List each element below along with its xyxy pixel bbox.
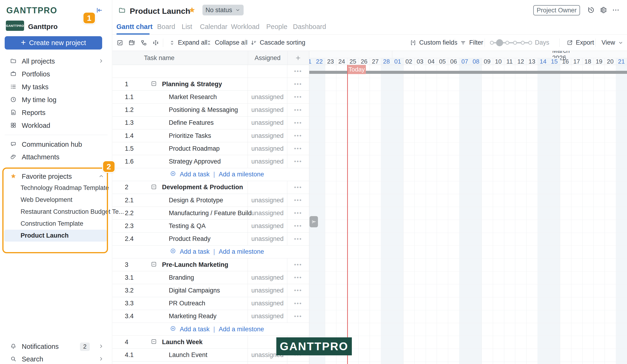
sidebar-item-portfolios[interactable]: Portfolios bbox=[0, 68, 112, 81]
collapse-section-icon[interactable] bbox=[151, 81, 157, 88]
sidebar-item-search[interactable]: Search bbox=[0, 353, 112, 364]
add-task-link[interactable]: Add a task bbox=[180, 171, 210, 178]
sidebar-item-notifications[interactable]: Notifications 2 bbox=[0, 340, 112, 353]
filter-button[interactable]: Filter bbox=[460, 35, 483, 51]
task-name[interactable]: Strategy Approved bbox=[169, 158, 221, 165]
add-column-button[interactable] bbox=[287, 51, 309, 65]
expand-all-button[interactable]: Expand all bbox=[169, 35, 207, 51]
chevron-right-icon[interactable] bbox=[98, 58, 104, 65]
favorite-project-item[interactable]: Restaurant Construction Budget Te... bbox=[4, 206, 107, 218]
collapse-section-icon[interactable] bbox=[151, 261, 157, 268]
assigned-cell[interactable]: unassigned bbox=[248, 130, 287, 142]
table-row[interactable]: Add a task|Add a milestone bbox=[112, 323, 309, 336]
task-name[interactable]: PR Outreach bbox=[169, 300, 205, 307]
grid-collapse-handle[interactable] bbox=[310, 216, 318, 227]
task-name[interactable]: Product Ready bbox=[169, 235, 211, 242]
table-row[interactable]: 1.5Product Roadmapunassigned••• bbox=[112, 142, 309, 155]
table-row[interactable]: 2.3Testing & QAunassigned••• bbox=[112, 220, 309, 232]
view-button[interactable]: View bbox=[602, 35, 624, 51]
assigned-cell[interactable]: unassigned bbox=[248, 220, 287, 232]
row-more-options-icon[interactable]: ••• bbox=[294, 158, 302, 165]
section-name[interactable]: Planning & Strategy bbox=[162, 81, 222, 88]
assigned-cell[interactable] bbox=[248, 258, 287, 271]
create-new-project-button[interactable]: + Create new project bbox=[5, 36, 102, 49]
row-more-options-icon[interactable]: ••• bbox=[294, 274, 302, 281]
task-name[interactable]: Marketing Ready bbox=[169, 313, 216, 320]
chevron-right-icon[interactable] bbox=[98, 356, 104, 363]
section-name[interactable]: Pre-Launch Marketing bbox=[162, 261, 228, 269]
sidebar-item-my-time-log[interactable]: My time log bbox=[0, 93, 112, 106]
assigned-cell[interactable] bbox=[248, 65, 287, 78]
column-header-task-name[interactable]: Task name bbox=[112, 51, 206, 65]
assigned-cell[interactable]: unassigned bbox=[248, 91, 287, 103]
table-row[interactable]: 3Pre-Launch Marketing••• bbox=[112, 258, 309, 271]
tab-people[interactable]: People bbox=[266, 19, 287, 35]
assigned-cell[interactable]: unassigned bbox=[248, 194, 287, 207]
table-row[interactable]: 3.3PR Outreachunassigned••• bbox=[112, 297, 309, 310]
favorite-project-item[interactable]: Construction Template bbox=[4, 218, 107, 230]
favorite-projects-header[interactable]: Favorite projects bbox=[0, 170, 112, 183]
favorite-project-item[interactable]: Web Development bbox=[4, 194, 107, 206]
favorite-project-item[interactable]: Technology Roadmap Template bbox=[4, 182, 107, 194]
select-tasks-button[interactable] bbox=[116, 35, 123, 51]
table-row[interactable]: Add a task|Add a milestone bbox=[112, 168, 309, 181]
collapse-section-icon[interactable] bbox=[151, 184, 157, 191]
timeline-zoom-slider[interactable] bbox=[490, 35, 532, 51]
table-row[interactable]: 1.2Positioning & Messagingunassigned••• bbox=[112, 104, 309, 117]
row-more-options-icon[interactable]: ••• bbox=[294, 68, 302, 75]
critical-path-button[interactable] bbox=[140, 35, 147, 51]
assigned-cell[interactable] bbox=[248, 362, 287, 364]
task-name[interactable]: Launch Event bbox=[169, 351, 207, 359]
collapse-all-button[interactable]: Collapse all bbox=[206, 35, 248, 51]
assigned-cell[interactable]: unassigned bbox=[248, 117, 287, 129]
sidebar-collapse-button[interactable] bbox=[95, 6, 103, 15]
tab-board[interactable]: Board bbox=[157, 19, 175, 35]
assigned-cell[interactable] bbox=[248, 181, 287, 194]
project-owner-button[interactable]: Project Owner bbox=[533, 5, 580, 15]
task-name[interactable]: Manufacturing / Feature Build bbox=[169, 210, 252, 217]
table-row[interactable]: 1.4Prioritize Tasksunassigned••• bbox=[112, 130, 309, 142]
table-row[interactable]: 3.1Brandingunassigned••• bbox=[112, 271, 309, 284]
sidebar-item-communication-hub[interactable]: Communication hub bbox=[0, 138, 112, 151]
row-more-options-icon[interactable]: ••• bbox=[294, 145, 302, 152]
table-row[interactable]: 2.2Manufacturing / Feature Buildunassign… bbox=[112, 207, 309, 220]
sidebar-item-reports[interactable]: Reports bbox=[0, 106, 112, 119]
add-task-link[interactable]: Add a task bbox=[180, 326, 210, 333]
row-more-options-icon[interactable]: ••• bbox=[294, 197, 302, 203]
section-name[interactable]: Development & Production bbox=[162, 184, 243, 191]
row-more-options-icon[interactable]: ••• bbox=[294, 223, 302, 229]
row-more-options-icon[interactable]: ••• bbox=[294, 300, 302, 307]
task-name[interactable]: Market Research bbox=[169, 93, 217, 101]
overdue-tasks-button[interactable] bbox=[128, 35, 135, 51]
row-more-options-icon[interactable]: ••• bbox=[294, 133, 302, 139]
table-row[interactable]: 1Planning & Strategy••• bbox=[112, 78, 309, 91]
row-more-options-icon[interactable]: ••• bbox=[294, 287, 302, 294]
row-more-options-icon[interactable]: ••• bbox=[294, 210, 302, 216]
table-row[interactable]: ••• bbox=[112, 65, 309, 78]
table-row[interactable] bbox=[112, 362, 309, 364]
tab-workload[interactable]: Workload bbox=[231, 19, 260, 35]
more-options-icon[interactable] bbox=[612, 6, 620, 15]
row-more-options-icon[interactable]: ••• bbox=[294, 81, 302, 87]
favorite-project-item[interactable]: Product Launch bbox=[4, 230, 107, 242]
assigned-cell[interactable]: unassigned bbox=[248, 284, 287, 297]
sidebar-item-my-tasks[interactable]: My tasks bbox=[0, 81, 112, 93]
add-milestone-link[interactable]: Add a milestone bbox=[219, 248, 264, 255]
workspace-avatar[interactable]: GANTTPRO bbox=[6, 21, 24, 31]
assigned-cell[interactable]: unassigned bbox=[248, 207, 287, 219]
section-name[interactable]: Launch Week bbox=[162, 339, 203, 346]
baseline-button[interactable] bbox=[152, 35, 159, 51]
task-name[interactable]: Define Features bbox=[169, 119, 214, 126]
tab-dashboard[interactable]: Dashboard bbox=[293, 19, 326, 35]
table-row[interactable]: 3.2Digital Campaignsunassigned••• bbox=[112, 284, 309, 297]
task-name[interactable]: Digital Campaigns bbox=[169, 287, 220, 294]
row-more-options-icon[interactable]: ••• bbox=[294, 120, 302, 126]
task-name[interactable]: Prioritize Tasks bbox=[169, 132, 211, 139]
add-milestone-link[interactable]: Add a milestone bbox=[219, 171, 264, 178]
add-milestone-link[interactable]: Add a milestone bbox=[219, 326, 264, 333]
column-divider[interactable] bbox=[248, 51, 248, 65]
table-row[interactable]: 1.3Define Featuresunassigned••• bbox=[112, 117, 309, 130]
collapse-section-icon[interactable] bbox=[151, 339, 157, 346]
assigned-cell[interactable]: unassigned bbox=[248, 233, 287, 245]
cascade-sorting-button[interactable]: Cascade sorting bbox=[250, 35, 305, 51]
